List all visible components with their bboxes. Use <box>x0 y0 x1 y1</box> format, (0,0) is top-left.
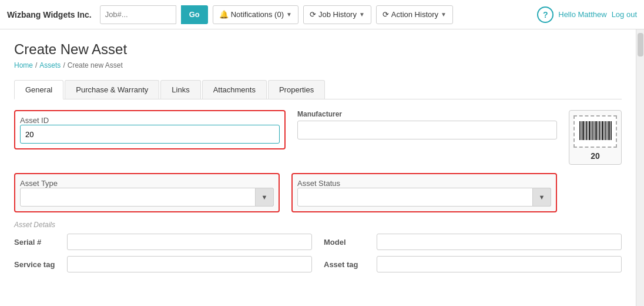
svg-rect-19 <box>611 121 612 140</box>
service-tag-label: Service tag <box>14 260 61 269</box>
asset-type-select[interactable] <box>20 188 274 207</box>
manufacturer-label: Manufacturer <box>297 110 557 118</box>
hello-user: Hello Matthew <box>558 10 606 19</box>
asset-status-select[interactable] <box>297 188 551 207</box>
svg-rect-14 <box>602 121 603 140</box>
serial-input[interactable] <box>67 234 312 250</box>
barcode-widget: 20 <box>569 110 622 165</box>
tab-properties[interactable]: Properties <box>268 80 325 99</box>
job-history-button[interactable]: ⟳ Job History ▼ <box>303 5 371 24</box>
job-history-label: Job History <box>318 10 357 19</box>
section-title: Asset Details <box>14 221 622 229</box>
breadcrumb: Home / Assets / Create new Asset <box>14 61 622 69</box>
svg-rect-9 <box>594 121 595 140</box>
tab-general[interactable]: General <box>14 80 63 99</box>
content-area: Create New Asset Home / Assets / Create … <box>0 29 644 306</box>
barcode-image <box>573 115 617 148</box>
asset-id-label: Asset ID <box>20 116 49 125</box>
asset-type-label: Asset Type <box>20 179 58 188</box>
svg-rect-2 <box>582 121 584 140</box>
header: Wizbang Widgets Inc. Go 🔔 Notifications … <box>0 0 644 29</box>
breadcrumb-assets[interactable]: Assets <box>39 61 61 69</box>
tab-purchase-warranty[interactable]: Purchase & Warranty <box>65 80 159 99</box>
go-button[interactable]: Go <box>181 5 208 24</box>
asset-status-field-group: Asset Status ▼ <box>291 173 557 212</box>
serial-row: Serial # <box>14 234 312 250</box>
svg-rect-16 <box>605 121 606 140</box>
asset-type-select-wrapper: ▼ <box>20 188 274 207</box>
svg-rect-5 <box>588 121 588 140</box>
history-icon: ⟳ <box>310 10 316 19</box>
svg-rect-1 <box>581 121 582 140</box>
breadcrumb-sep-1: / <box>35 61 37 69</box>
svg-rect-3 <box>585 121 585 140</box>
help-button[interactable]: ? <box>537 6 554 23</box>
chevron-down-icon-2: ▼ <box>359 11 365 18</box>
tab-bar: General Purchase & Warranty Links Attach… <box>14 80 622 99</box>
chevron-down-icon-3: ▼ <box>441 11 447 18</box>
breadcrumb-home[interactable]: Home <box>14 61 33 69</box>
asset-id-field-group: Asset ID <box>14 110 286 149</box>
svg-rect-8 <box>592 121 593 140</box>
logout-button[interactable]: Log out <box>612 10 637 19</box>
action-icon: ⟳ <box>383 10 389 19</box>
asset-id-input[interactable] <box>20 125 280 144</box>
service-tag-row: Service tag <box>14 256 312 272</box>
notifications-label: Notifications (0) <box>231 10 284 19</box>
asset-tag-row: Asset tag <box>324 256 622 272</box>
svg-rect-11 <box>598 121 598 140</box>
model-label: Model <box>324 238 371 247</box>
model-input[interactable] <box>377 234 622 250</box>
scrollbar-track[interactable] <box>636 29 644 306</box>
svg-rect-15 <box>604 121 605 140</box>
barcode-number: 20 <box>591 151 600 161</box>
svg-rect-18 <box>608 121 610 140</box>
breadcrumb-current: Create new Asset <box>68 61 123 69</box>
main-content: Create New Asset Home / Assets / Create … <box>0 29 636 306</box>
tab-links[interactable]: Links <box>160 80 200 99</box>
breadcrumb-sep-2: / <box>63 61 65 69</box>
svg-rect-0 <box>579 121 581 140</box>
svg-rect-4 <box>586 121 587 140</box>
action-history-button[interactable]: ⟳ Action History ▼ <box>376 5 453 24</box>
svg-rect-13 <box>601 121 601 140</box>
model-row: Model <box>324 234 622 250</box>
svg-rect-12 <box>599 121 600 140</box>
chevron-down-icon: ▼ <box>286 11 292 18</box>
manufacturer-field-group: Manufacturer <box>297 110 557 139</box>
asset-status-label: Asset Status <box>297 179 340 188</box>
job-number-input[interactable] <box>100 5 176 24</box>
svg-rect-7 <box>591 121 592 140</box>
asset-status-select-wrapper: ▼ <box>297 188 551 207</box>
brand-name: Wizbang Widgets Inc. <box>7 10 92 19</box>
scrollbar-thumb[interactable] <box>638 33 643 56</box>
service-tag-input[interactable] <box>67 256 312 272</box>
serial-label: Serial # <box>14 238 61 247</box>
bell-icon: 🔔 <box>219 10 229 19</box>
svg-rect-10 <box>595 121 597 140</box>
page-title: Create New Asset <box>14 41 622 58</box>
svg-rect-6 <box>589 121 591 140</box>
form-row-1: Asset ID Manufacturer <box>14 110 622 165</box>
asset-type-field-group: Asset Type ▼ <box>14 173 280 212</box>
form-row-2: Asset Type ▼ Asset Status ▼ <box>14 173 622 212</box>
svg-rect-17 <box>607 121 608 140</box>
tab-attachments[interactable]: Attachments <box>202 80 267 99</box>
manufacturer-input[interactable] <box>297 121 557 139</box>
action-history-label: Action History <box>391 10 438 19</box>
asset-tag-label: Asset tag <box>324 260 371 269</box>
notifications-button[interactable]: 🔔 Notifications (0) ▼ <box>213 5 298 24</box>
detail-grid: Serial # Model Service tag Asset tag <box>14 234 622 272</box>
asset-details-section: Asset Details Serial # Model Service tag… <box>14 221 622 272</box>
asset-tag-input[interactable] <box>377 256 622 272</box>
